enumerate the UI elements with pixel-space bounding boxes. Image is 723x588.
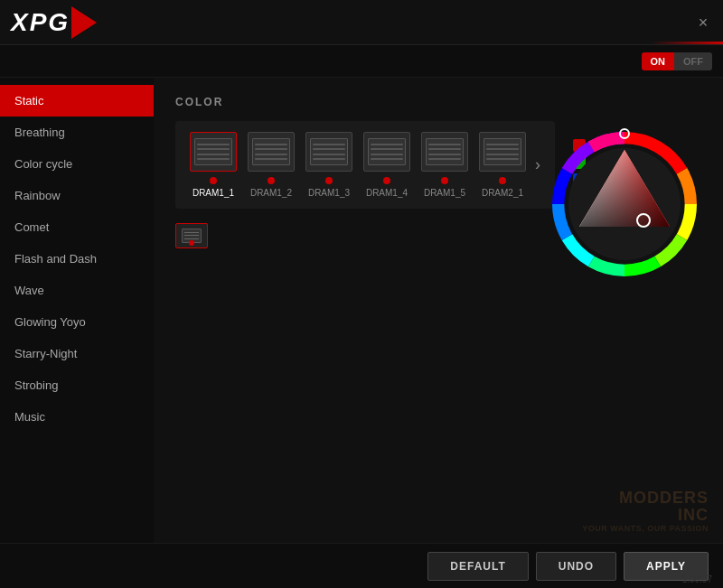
close-button[interactable]: × <box>694 14 712 32</box>
sidebar-item-static[interactable]: Static <box>0 85 154 117</box>
modules-container: DRAM1_1 DRAM1_2 <box>175 121 555 209</box>
module-dram1-4[interactable]: DRAM1_4 <box>363 132 410 198</box>
title-bar: XPG × <box>0 0 723 45</box>
sidebar-item-comet[interactable]: Comet <box>0 211 154 243</box>
title-accent-line <box>651 42 723 44</box>
module-chip-dram1-2 <box>248 132 295 172</box>
module-chip-dram1-5 <box>421 132 468 172</box>
color-wheel-container[interactable] <box>548 127 701 281</box>
module-chip-dram1-1 <box>190 132 237 172</box>
sidebar: Static Breathing Color cycle Rainbow Com… <box>0 78 154 543</box>
module-label-dram1-4: DRAM1_4 <box>366 188 408 198</box>
module-dram1-5[interactable]: DRAM1_5 <box>421 132 468 198</box>
main-layout: Static Breathing Color cycle Rainbow Com… <box>0 78 723 543</box>
logo-area: XPG <box>11 8 70 37</box>
version-label: 1.00.07 <box>682 574 712 584</box>
sidebar-item-glowing-yoyo[interactable]: Glowing Yoyo <box>0 306 154 338</box>
content-area: COLOR DRAM1_1 <box>154 78 723 543</box>
toggle-off[interactable]: OFF <box>674 52 712 70</box>
module-dram2-1[interactable]: DRAM2_1 <box>479 132 526 198</box>
sidebar-item-color-cycle[interactable]: Color cycle <box>0 148 154 180</box>
xpg-logo: XPG <box>11 8 70 37</box>
module-dot-dram2-1 <box>499 177 506 184</box>
color-section-label: COLOR <box>175 96 701 108</box>
sidebar-item-starry-night[interactable]: Starry-Night <box>0 338 154 369</box>
undo-button[interactable]: UNDO <box>536 552 616 581</box>
module-dot-dram1-3 <box>325 177 333 184</box>
module-dot-dram1-5 <box>441 177 448 184</box>
module-dram1-1[interactable]: DRAM1_1 <box>190 132 237 198</box>
module-label-dram1-3: DRAM1_3 <box>308 188 350 198</box>
sidebar-item-rainbow[interactable]: Rainbow <box>0 180 154 211</box>
module-dram1-2[interactable]: DRAM1_2 <box>248 132 295 198</box>
module-dot-dram1-4 <box>383 177 390 184</box>
module-chip-dram2-1 <box>479 132 526 172</box>
module-dram1-3[interactable]: DRAM1_3 <box>305 132 352 198</box>
toggle-on[interactable]: ON <box>642 52 675 70</box>
module-chip-dram1-3 <box>305 132 352 172</box>
sidebar-item-strobing[interactable]: Strobing <box>0 369 154 401</box>
module-chip-dram1-4 <box>363 132 410 172</box>
sidebar-item-music[interactable]: Music <box>0 401 154 433</box>
power-toggle[interactable]: ON OFF <box>642 52 713 70</box>
module-dot-dram1-1 <box>210 177 217 184</box>
watermark: MODDERS INC your wants, our passion <box>582 490 709 534</box>
sidebar-item-flash-and-dash[interactable]: Flash and Dash <box>0 243 154 275</box>
module-dot-dram1-2 <box>268 177 275 184</box>
module-label-dram2-1: DRAM2_1 <box>482 188 523 198</box>
modules-scroll-right[interactable]: › <box>535 155 540 174</box>
module-label-dram1-1: DRAM1_1 <box>192 188 234 198</box>
module-label-dram1-2: DRAM1_2 <box>250 188 292 198</box>
sidebar-item-wave[interactable]: Wave <box>0 275 154 306</box>
action-bar: MODDERS INC your wants, our passion DEFA… <box>0 543 723 588</box>
module-label-dram1-5: DRAM1_5 <box>424 188 465 198</box>
toggle-bar: ON OFF <box>0 45 723 78</box>
selected-module-icon[interactable] <box>175 223 208 248</box>
default-button[interactable]: DEFAULT <box>427 552 528 581</box>
sidebar-item-breathing[interactable]: Breathing <box>0 117 154 148</box>
